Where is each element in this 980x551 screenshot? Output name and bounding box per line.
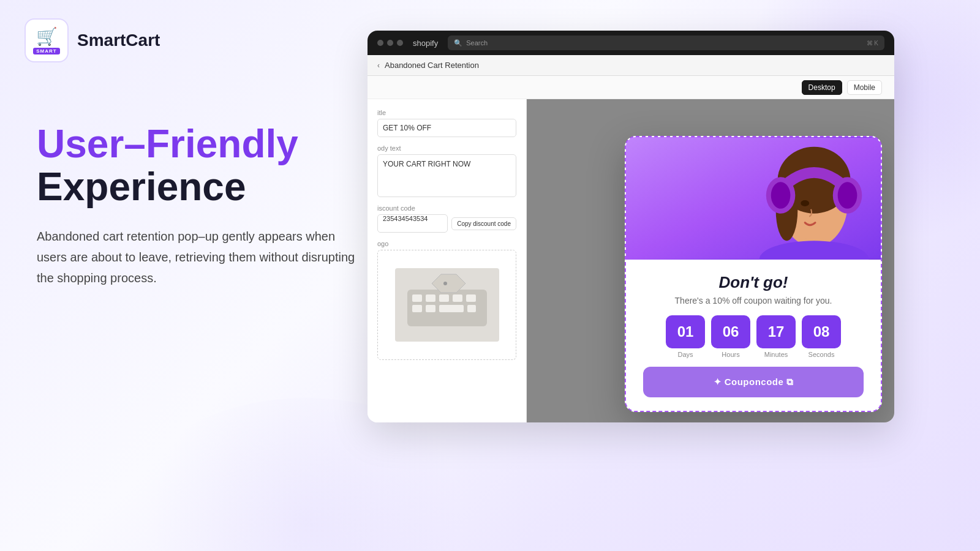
countdown-seconds: 08 Seconds: [802, 315, 841, 358]
popup-headphone-image: [626, 137, 881, 260]
preview-panel: Don't go! There's a 10% off coupon waiti…: [527, 99, 894, 422]
svg-rect-2: [412, 294, 422, 302]
logo-badge: SMART: [33, 48, 59, 54]
header: 🛒 SMART SmartCart: [24, 18, 160, 62]
copy-discount-button[interactable]: Copy discount code: [451, 217, 516, 230]
svg-rect-7: [412, 305, 422, 312]
dot-3: [397, 40, 403, 46]
discount-group: iscount code 235434543534 Copy discount …: [377, 204, 516, 233]
left-content: User–Friendly Experience Abandoned cart …: [37, 122, 368, 288]
svg-rect-5: [453, 294, 462, 302]
logo-label: ogo: [377, 240, 516, 247]
app-name: SmartCart: [77, 31, 160, 50]
dot-2: [387, 40, 393, 46]
browser-dots: [377, 40, 403, 46]
popup-body: Don't go! There's a 10% off coupon waiti…: [626, 260, 881, 411]
discount-label: iscount code: [377, 204, 516, 212]
countdown-days: 01 Days: [666, 315, 705, 358]
body-textarea[interactable]: YOUR CART RIGHT NOW: [377, 154, 516, 197]
browser-subbar: ‹ Abandoned Cart Retention: [368, 55, 894, 76]
hero-title-line1: User–Friendly: [37, 122, 298, 166]
discount-input[interactable]: 235434543534: [377, 214, 448, 233]
svg-rect-10: [467, 305, 476, 312]
hero-description: Abandoned cart retention pop–up gently a…: [37, 226, 368, 288]
browser-content: itle GET 10% OFF ody text YOUR CART RIGH…: [368, 99, 894, 422]
logo-icon: 🛒: [36, 26, 58, 47]
breadcrumb-title: Abandoned Cart Retention: [385, 61, 479, 70]
countdown-minutes-label: Minutes: [764, 351, 788, 358]
view-toolbar: Desktop Mobile: [368, 76, 894, 99]
logo-box: 🛒 SMART: [24, 18, 69, 62]
countdown-days-label: Days: [677, 351, 693, 358]
svg-rect-3: [426, 294, 435, 302]
svg-rect-4: [439, 294, 449, 302]
browser-topbar: shopify 🔍 Search ⌘ K: [368, 31, 894, 55]
countdown-minutes: 17 Minutes: [756, 315, 796, 358]
search-placeholder: Search: [466, 39, 488, 47]
countdown-minutes-value: 17: [756, 315, 796, 348]
countdown-days-value: 01: [666, 315, 705, 348]
browser-mockup: shopify 🔍 Search ⌘ K ‹ Abandoned Cart Re…: [368, 31, 894, 422]
popup-subtitle: There's a 10% off coupon waiting for you…: [643, 296, 864, 305]
body-group: ody text YOUR CART RIGHT NOW: [377, 144, 516, 197]
svg-point-12: [443, 282, 447, 285]
svg-rect-6: [466, 294, 476, 302]
popup-image: [626, 137, 881, 260]
hero-title-line2: Experience: [37, 165, 246, 209]
title-group: itle GET 10% OFF: [377, 109, 516, 137]
countdown-hours-label: Hours: [722, 351, 739, 358]
dot-1: [377, 40, 383, 46]
discount-row: 235434543534 Copy discount code: [377, 214, 516, 233]
search-icon: 🔍: [454, 39, 462, 47]
hero-title: User–Friendly Experience: [37, 122, 368, 209]
countdown-seconds-value: 08: [802, 315, 841, 348]
popup-title: Don't go!: [643, 273, 864, 292]
countdown-seconds-label: Seconds: [809, 351, 835, 358]
browser-search[interactable]: 🔍 Search ⌘ K: [448, 36, 884, 50]
title-label: itle: [377, 109, 516, 116]
body-label: ody text: [377, 144, 516, 152]
svg-point-23: [801, 200, 809, 206]
form-panel: itle GET 10% OFF ody text YOUR CART RIGH…: [368, 99, 527, 422]
coupon-button[interactable]: ✦ Couponcode ⧉: [643, 367, 864, 397]
back-arrow-icon[interactable]: ‹: [377, 61, 380, 70]
logo-group: ogo: [377, 240, 516, 360]
desktop-view-button[interactable]: Desktop: [802, 80, 842, 95]
logo-preview-svg: [395, 268, 499, 342]
title-input[interactable]: GET 10% OFF: [377, 119, 516, 137]
popup-card: Don't go! There's a 10% off coupon waiti…: [625, 136, 882, 412]
svg-rect-9: [439, 305, 464, 312]
logo-upload-area[interactable]: [377, 250, 516, 360]
search-shortcut: ⌘ K: [867, 40, 878, 47]
countdown-hours-value: 06: [711, 315, 750, 348]
svg-point-20: [771, 182, 791, 209]
shopify-label: shopify: [413, 39, 438, 48]
countdown-row: 01 Days 06 Hours: [643, 315, 864, 358]
countdown-hours: 06 Hours: [711, 315, 750, 358]
mobile-view-button[interactable]: Mobile: [847, 80, 882, 95]
svg-point-22: [838, 182, 858, 209]
svg-rect-8: [426, 305, 435, 312]
